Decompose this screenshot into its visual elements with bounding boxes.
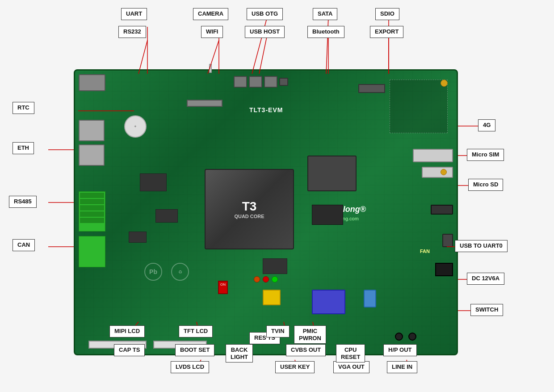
- label-eth: ETH: [13, 142, 34, 154]
- label-rs485: RS485: [9, 196, 37, 208]
- ic-1: [155, 209, 178, 223]
- label-sdio: SDIO: [375, 8, 399, 20]
- can-terminal: [79, 236, 105, 267]
- label-bluetooth: Bluetooth: [307, 26, 344, 38]
- label-usb-to-uart0: USB TO UART0: [455, 240, 508, 252]
- ic-3: [263, 258, 287, 274]
- label-uart: UART: [121, 8, 147, 20]
- label-4g: 4G: [478, 119, 495, 131]
- board-id: TLT3-EVM: [249, 106, 283, 114]
- label-camera: CAMERA: [193, 8, 228, 20]
- chip-label: T3QUAD CORE: [234, 199, 264, 219]
- label-sata: SATA: [313, 8, 337, 20]
- label-wifi: WIFI: [201, 26, 223, 38]
- label-line-in: LINE IN: [387, 361, 417, 373]
- vga-connector: [312, 290, 345, 314]
- main-container: TLT3-EVM + T3QUAD CORE: [0, 0, 554, 392]
- led-2: [263, 276, 269, 282]
- label-vga-out: VGA OUT: [333, 361, 369, 373]
- usb-uart-port: [442, 234, 453, 247]
- eth-port-2: [79, 144, 105, 166]
- eth-port-1: [79, 120, 105, 141]
- label-rs232: RS232: [118, 26, 146, 38]
- memory-chip: [307, 156, 357, 191]
- pcb-board: TLT3-EVM + T3QUAD CORE: [74, 69, 458, 355]
- label-export: EXPORT: [370, 26, 403, 38]
- label-usb-host: USB HOST: [245, 26, 285, 38]
- led-1: [254, 276, 260, 282]
- label-usb-otg: USB OTG: [247, 8, 283, 20]
- audio-jack-1: [395, 333, 403, 341]
- label-switch: SWITCH: [470, 304, 503, 316]
- label-tft-lcd: TFT LCD: [179, 325, 213, 337]
- usb-port-3: [264, 76, 277, 88]
- micro-sim-slot: [413, 149, 453, 162]
- label-micro-sim: Micro SIM: [467, 149, 504, 161]
- main-processor: T3QUAD CORE: [205, 169, 294, 249]
- label-cpu-reset: CPURESET: [336, 344, 365, 362]
- watchdog-chip: [140, 173, 167, 191]
- audio-jack-2: [408, 333, 416, 341]
- power-connector: [435, 263, 453, 276]
- label-micro-sd: Micro SD: [468, 179, 503, 191]
- label-back-light: BACKLIGHT: [226, 344, 253, 362]
- label-cap-ts: CAP TS: [114, 344, 145, 356]
- ic-2: [129, 232, 147, 243]
- label-tvin: TVIN: [266, 325, 290, 337]
- capacitor: [364, 290, 376, 308]
- label-user-key: USER KEY: [275, 361, 315, 373]
- label-dc-12v6a: DC 12V6A: [467, 273, 504, 285]
- usb-port-1: [234, 76, 247, 88]
- micro-sd-slot: [422, 167, 453, 178]
- rtc-battery: +: [124, 115, 147, 138]
- cvbs-connector: [263, 290, 281, 305]
- antenna: [209, 64, 212, 73]
- svg-line-5: [259, 35, 267, 74]
- ic-4: [312, 205, 343, 225]
- serial-connector: [79, 74, 105, 91]
- usb-micro: [279, 78, 288, 86]
- svg-line-1: [138, 40, 147, 74]
- label-mipi-lcd: MIPI LCD: [109, 325, 145, 337]
- recycle-mark: ♻: [171, 263, 189, 281]
- label-cvbs-out: CVBS OUT: [286, 344, 326, 356]
- label-boot-set: BOOT SET: [175, 344, 214, 356]
- pb-mark: Pb: [144, 263, 162, 281]
- label-rtc: RTC: [13, 102, 34, 114]
- fan-label: FAN: [420, 249, 430, 254]
- label-pmic-pwron: PMICPWRON: [294, 325, 326, 344]
- gold-dot-2: [441, 169, 447, 175]
- gold-dot-1: [441, 80, 448, 87]
- label-can: CAN: [13, 239, 35, 251]
- rs485-terminal: [79, 191, 105, 232]
- 4g-module-area: [390, 80, 448, 133]
- on-switch: ON: [218, 281, 228, 294]
- led-3: [272, 276, 278, 282]
- sata-connector: [358, 84, 385, 93]
- label-lvds-lcd: LVDS LCD: [171, 361, 209, 373]
- usb-port-2: [249, 76, 262, 88]
- label-hp-out: H/P OUT: [383, 344, 417, 356]
- hdmi-port: [431, 205, 453, 215]
- camera-connector: [187, 100, 222, 107]
